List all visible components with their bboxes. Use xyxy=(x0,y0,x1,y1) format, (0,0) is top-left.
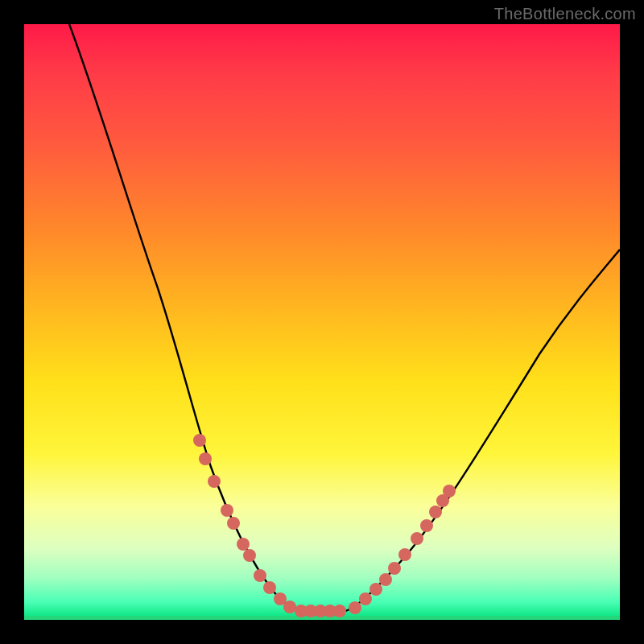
bead-floor xyxy=(333,605,346,617)
bead-left xyxy=(263,581,276,594)
curve-layer xyxy=(24,24,620,620)
bead-left xyxy=(254,569,266,582)
bead-left xyxy=(199,452,212,465)
bead-left xyxy=(221,504,233,517)
bead-right xyxy=(429,506,442,518)
bead-right xyxy=(420,519,433,532)
curve-right-arm xyxy=(345,250,620,611)
bead-right xyxy=(379,573,392,586)
bead-right xyxy=(443,485,456,497)
bead-left xyxy=(243,549,256,562)
bead-right xyxy=(349,601,361,614)
bead-left xyxy=(227,517,240,530)
bead-right xyxy=(369,583,382,596)
bead-left xyxy=(208,475,221,488)
bead-left xyxy=(283,601,296,613)
chart-frame: TheBottleneck.com xyxy=(0,0,644,644)
bead-left xyxy=(237,538,250,551)
watermark-text: TheBottleneck.com xyxy=(494,5,636,23)
bead-right xyxy=(398,548,411,561)
bead-right xyxy=(388,562,401,575)
bead-right xyxy=(411,532,423,545)
bead-right xyxy=(359,592,372,605)
curve-left-arm xyxy=(69,24,301,611)
plot-area xyxy=(24,24,620,620)
bead-left xyxy=(193,434,206,447)
